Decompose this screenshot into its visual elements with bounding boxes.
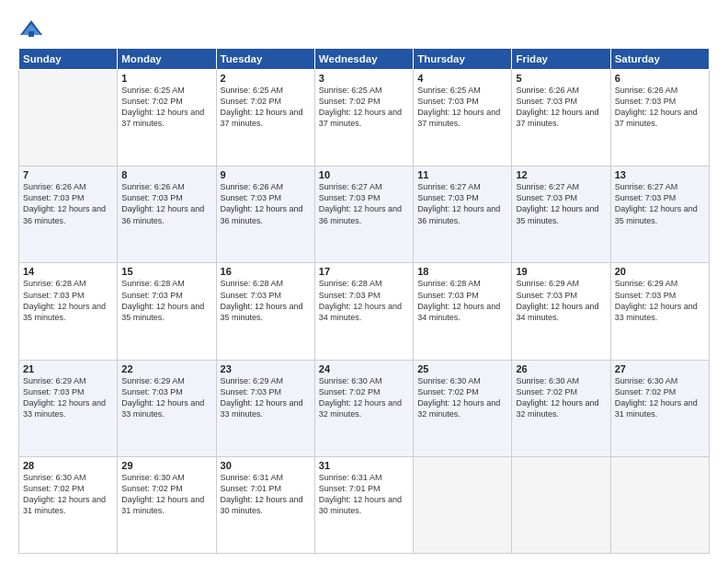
calendar-cell: 23Sunrise: 6:29 AMSunset: 7:03 PMDayligh… bbox=[216, 360, 314, 456]
calendar-cell: 25Sunrise: 6:30 AMSunset: 7:02 PMDayligh… bbox=[414, 360, 512, 456]
calendar-week-row: 28Sunrise: 6:30 AMSunset: 7:02 PMDayligh… bbox=[19, 456, 710, 553]
calendar-cell: 7Sunrise: 6:26 AMSunset: 7:03 PMDaylight… bbox=[19, 167, 118, 263]
calendar-cell: 31Sunrise: 6:31 AMSunset: 7:01 PMDayligh… bbox=[314, 456, 413, 553]
day-number: 24 bbox=[319, 363, 409, 374]
day-number: 3 bbox=[319, 73, 409, 84]
calendar-cell: 20Sunrise: 6:29 AMSunset: 7:03 PMDayligh… bbox=[610, 263, 709, 360]
svg-rect-2 bbox=[28, 31, 34, 37]
day-number: 19 bbox=[516, 266, 606, 277]
day-number: 10 bbox=[319, 169, 409, 180]
day-number: 5 bbox=[516, 73, 606, 84]
day-info: Sunrise: 6:28 AMSunset: 7:03 PMDaylight:… bbox=[319, 278, 409, 323]
day-number: 27 bbox=[615, 363, 705, 374]
day-info: Sunrise: 6:26 AMSunset: 7:03 PMDaylight:… bbox=[23, 181, 113, 226]
day-number: 16 bbox=[221, 266, 311, 277]
day-info: Sunrise: 6:28 AMSunset: 7:03 PMDaylight:… bbox=[417, 278, 507, 323]
day-number: 30 bbox=[221, 460, 311, 471]
calendar-week-row: 1Sunrise: 6:25 AMSunset: 7:02 PMDaylight… bbox=[19, 70, 710, 167]
day-info: Sunrise: 6:25 AMSunset: 7:02 PMDaylight:… bbox=[221, 85, 311, 130]
weekday-header-monday: Monday bbox=[118, 49, 216, 70]
calendar-cell: 11Sunrise: 6:27 AMSunset: 7:03 PMDayligh… bbox=[414, 167, 512, 263]
day-info: Sunrise: 6:31 AMSunset: 7:01 PMDaylight:… bbox=[319, 472, 409, 517]
weekday-header-row: SundayMondayTuesdayWednesdayThursdayFrid… bbox=[19, 49, 710, 70]
day-number: 11 bbox=[417, 169, 507, 180]
calendar-cell: 8Sunrise: 6:26 AMSunset: 7:03 PMDaylight… bbox=[118, 167, 216, 263]
calendar-cell: 21Sunrise: 6:29 AMSunset: 7:03 PMDayligh… bbox=[19, 360, 118, 456]
day-info: Sunrise: 6:29 AMSunset: 7:03 PMDaylight:… bbox=[121, 375, 211, 420]
day-info: Sunrise: 6:30 AMSunset: 7:02 PMDaylight:… bbox=[417, 375, 507, 420]
day-info: Sunrise: 6:27 AMSunset: 7:03 PMDaylight:… bbox=[615, 181, 705, 226]
day-info: Sunrise: 6:25 AMSunset: 7:02 PMDaylight:… bbox=[319, 85, 409, 130]
day-number: 6 bbox=[615, 73, 705, 84]
calendar-cell: 18Sunrise: 6:28 AMSunset: 7:03 PMDayligh… bbox=[414, 263, 512, 360]
day-info: Sunrise: 6:30 AMSunset: 7:02 PMDaylight:… bbox=[23, 472, 113, 517]
day-info: Sunrise: 6:26 AMSunset: 7:03 PMDaylight:… bbox=[221, 181, 311, 226]
logo bbox=[18, 17, 48, 42]
day-number: 14 bbox=[23, 266, 113, 277]
calendar-cell bbox=[414, 456, 512, 553]
day-number: 26 bbox=[516, 363, 606, 374]
calendar-cell bbox=[19, 70, 118, 167]
calendar-cell: 4Sunrise: 6:25 AMSunset: 7:03 PMDaylight… bbox=[414, 70, 512, 167]
day-info: Sunrise: 6:31 AMSunset: 7:01 PMDaylight:… bbox=[221, 472, 311, 517]
day-number: 22 bbox=[121, 363, 211, 374]
day-number: 18 bbox=[417, 266, 507, 277]
day-number: 25 bbox=[417, 363, 507, 374]
day-number: 17 bbox=[319, 266, 409, 277]
day-info: Sunrise: 6:29 AMSunset: 7:03 PMDaylight:… bbox=[516, 278, 606, 323]
calendar-week-row: 7Sunrise: 6:26 AMSunset: 7:03 PMDaylight… bbox=[19, 167, 710, 263]
calendar-cell: 26Sunrise: 6:30 AMSunset: 7:02 PMDayligh… bbox=[512, 360, 610, 456]
day-number: 12 bbox=[516, 169, 606, 180]
calendar-cell: 9Sunrise: 6:26 AMSunset: 7:03 PMDaylight… bbox=[216, 167, 314, 263]
logo-icon bbox=[18, 17, 44, 42]
calendar-cell: 13Sunrise: 6:27 AMSunset: 7:03 PMDayligh… bbox=[610, 167, 709, 263]
day-number: 21 bbox=[23, 363, 113, 374]
calendar-cell: 14Sunrise: 6:28 AMSunset: 7:03 PMDayligh… bbox=[19, 263, 118, 360]
calendar-page: SundayMondayTuesdayWednesdayThursdayFrid… bbox=[0, 0, 728, 563]
day-info: Sunrise: 6:28 AMSunset: 7:03 PMDaylight:… bbox=[221, 278, 311, 323]
day-info: Sunrise: 6:27 AMSunset: 7:03 PMDaylight:… bbox=[516, 181, 606, 226]
calendar-cell: 5Sunrise: 6:26 AMSunset: 7:03 PMDaylight… bbox=[512, 70, 610, 167]
day-number: 2 bbox=[221, 73, 311, 84]
header bbox=[18, 17, 710, 42]
calendar-cell: 1Sunrise: 6:25 AMSunset: 7:02 PMDaylight… bbox=[118, 70, 216, 167]
day-info: Sunrise: 6:25 AMSunset: 7:02 PMDaylight:… bbox=[121, 85, 211, 130]
day-info: Sunrise: 6:26 AMSunset: 7:03 PMDaylight:… bbox=[516, 85, 606, 130]
weekday-header-sunday: Sunday bbox=[19, 49, 118, 70]
day-info: Sunrise: 6:28 AMSunset: 7:03 PMDaylight:… bbox=[121, 278, 211, 323]
calendar-cell: 19Sunrise: 6:29 AMSunset: 7:03 PMDayligh… bbox=[512, 263, 610, 360]
calendar-cell: 3Sunrise: 6:25 AMSunset: 7:02 PMDaylight… bbox=[314, 70, 413, 167]
calendar-cell: 10Sunrise: 6:27 AMSunset: 7:03 PMDayligh… bbox=[314, 167, 413, 263]
calendar-cell: 29Sunrise: 6:30 AMSunset: 7:02 PMDayligh… bbox=[118, 456, 216, 553]
calendar-cell bbox=[610, 456, 709, 553]
day-info: Sunrise: 6:30 AMSunset: 7:02 PMDaylight:… bbox=[516, 375, 606, 420]
calendar-cell: 16Sunrise: 6:28 AMSunset: 7:03 PMDayligh… bbox=[216, 263, 314, 360]
day-info: Sunrise: 6:27 AMSunset: 7:03 PMDaylight:… bbox=[319, 181, 409, 226]
day-info: Sunrise: 6:30 AMSunset: 7:02 PMDaylight:… bbox=[319, 375, 409, 420]
day-number: 20 bbox=[615, 266, 705, 277]
day-number: 15 bbox=[121, 266, 211, 277]
day-number: 9 bbox=[221, 169, 311, 180]
calendar-cell: 6Sunrise: 6:26 AMSunset: 7:03 PMDaylight… bbox=[610, 70, 709, 167]
day-info: Sunrise: 6:27 AMSunset: 7:03 PMDaylight:… bbox=[417, 181, 507, 226]
weekday-header-friday: Friday bbox=[512, 49, 610, 70]
day-info: Sunrise: 6:29 AMSunset: 7:03 PMDaylight:… bbox=[615, 278, 705, 323]
day-number: 1 bbox=[121, 73, 211, 84]
calendar-cell: 17Sunrise: 6:28 AMSunset: 7:03 PMDayligh… bbox=[314, 263, 413, 360]
calendar-cell: 12Sunrise: 6:27 AMSunset: 7:03 PMDayligh… bbox=[512, 167, 610, 263]
day-info: Sunrise: 6:29 AMSunset: 7:03 PMDaylight:… bbox=[23, 375, 113, 420]
day-info: Sunrise: 6:30 AMSunset: 7:02 PMDaylight:… bbox=[121, 472, 211, 517]
weekday-header-saturday: Saturday bbox=[610, 49, 709, 70]
calendar-cell: 27Sunrise: 6:30 AMSunset: 7:02 PMDayligh… bbox=[610, 360, 709, 456]
calendar-cell: 22Sunrise: 6:29 AMSunset: 7:03 PMDayligh… bbox=[118, 360, 216, 456]
calendar-cell: 24Sunrise: 6:30 AMSunset: 7:02 PMDayligh… bbox=[314, 360, 413, 456]
calendar-cell: 28Sunrise: 6:30 AMSunset: 7:02 PMDayligh… bbox=[19, 456, 118, 553]
day-info: Sunrise: 6:26 AMSunset: 7:03 PMDaylight:… bbox=[615, 85, 705, 130]
day-info: Sunrise: 6:29 AMSunset: 7:03 PMDaylight:… bbox=[221, 375, 311, 420]
day-number: 4 bbox=[417, 73, 507, 84]
day-info: Sunrise: 6:30 AMSunset: 7:02 PMDaylight:… bbox=[615, 375, 705, 420]
weekday-header-tuesday: Tuesday bbox=[216, 49, 314, 70]
day-number: 8 bbox=[121, 169, 211, 180]
weekday-header-wednesday: Wednesday bbox=[314, 49, 413, 70]
calendar-week-row: 14Sunrise: 6:28 AMSunset: 7:03 PMDayligh… bbox=[19, 263, 710, 360]
